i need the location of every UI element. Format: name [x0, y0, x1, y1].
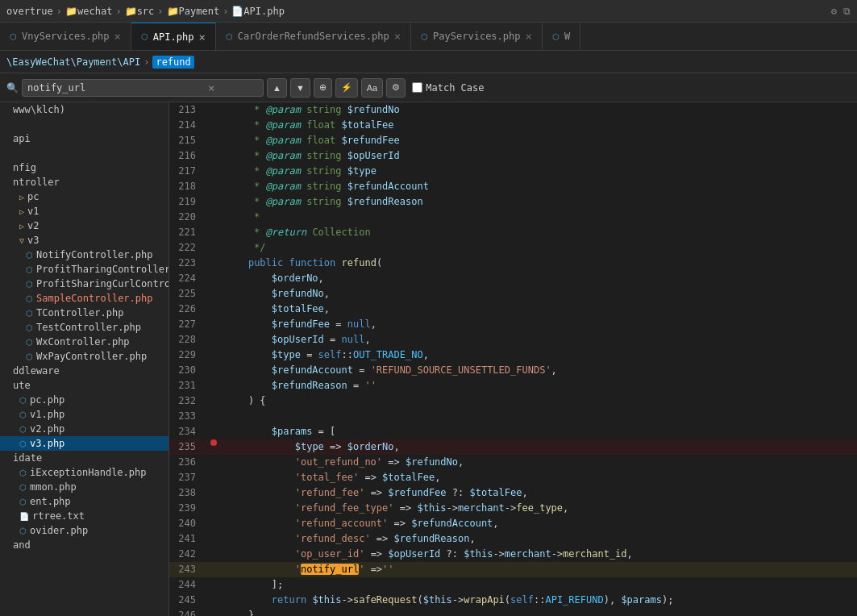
main-area: www\klch) api nfig ntroller ▷pc ▷v1 ▷v2 … [0, 102, 857, 616]
sidebar-file-tcontroller[interactable]: ⬡TController.php [0, 306, 168, 320]
search-find-button[interactable]: ⊕ [314, 78, 332, 98]
tab-W[interactable]: ⬡ W [543, 23, 580, 51]
match-case-label: Match Case [426, 82, 484, 94]
code-line-240: 240 'refund_account' => $refundAccount, [169, 516, 857, 531]
path-segment: \EasyWeChat\Payment\API [6, 56, 140, 68]
tab-API[interactable]: ⬡ API.php × [131, 23, 216, 51]
match-case-checkbox[interactable] [412, 82, 422, 93]
tab-label: CarOrderRefundServices.php [238, 31, 389, 42]
sidebar-file-profitsharingcurlcontroller[interactable]: ⬡ProfitSharingCurlController.php [0, 277, 168, 291]
breadcrumb-item[interactable]: overtrue [6, 6, 53, 17]
code-line-229: 229 $type = self::OUT_TRADE_NO, [169, 348, 857, 363]
split-icon[interactable]: ⧉ [843, 6, 851, 17]
breadcrumb-item[interactable]: API.php [243, 6, 285, 17]
sidebar-item[interactable]: idate [0, 451, 168, 465]
sidebar-file-testcontroller[interactable]: ⬡TestController.php [0, 320, 168, 335]
sidebar-folder-v3[interactable]: ▽v3 [0, 233, 168, 248]
sidebar-file-ovider[interactable]: ⬡ovider.php [0, 523, 168, 538]
path-bar: \EasyWeChat\Payment\API › refund [0, 51, 857, 73]
sidebar-folder-v2[interactable]: ▷v2 [0, 219, 168, 233]
code-line-245: 245 return $this->safeRequest($this->wra… [169, 593, 857, 608]
code-line-219: 219 * @param string $refundReason [169, 194, 857, 210]
code-line-243: 243 'notify_url' =>'' [169, 562, 857, 577]
code-line-214: 214 * @param float $totalFee [169, 118, 857, 133]
php-file-icon: ⬡ [19, 468, 27, 477]
sidebar-file-rtree[interactable]: 📄rtree.txt [0, 509, 168, 523]
code-editor[interactable]: 213 * @param string $refundNo 214 * @par… [169, 102, 857, 616]
sidebar-file-profittharingcontroller[interactable]: ⬡ProfitTharingController.php [0, 262, 168, 277]
sidebar-item[interactable]: ute [0, 378, 168, 393]
breadcrumb-item[interactable]: wechat [77, 6, 112, 17]
php-file-icon: ⬡ [26, 352, 33, 361]
sidebar-item[interactable]: ddleware [0, 364, 168, 378]
php-file-icon: ⬡ [19, 439, 27, 448]
search-clear-icon[interactable]: × [208, 81, 214, 94]
tab-PayServices[interactable]: ⬡ PayServices.php × [411, 23, 543, 51]
tab-CarOrderRefund[interactable]: ⬡ CarOrderRefundServices.php × [216, 23, 411, 51]
sidebar-item[interactable]: nfig [0, 160, 168, 175]
sidebar-file-samplecontroller[interactable]: ⬡SampleController.php [0, 291, 168, 306]
sidebar-file-iexceptionhandle[interactable]: ⬡iExceptionHandle.php [0, 465, 168, 480]
sidebar-item [0, 146, 168, 160]
code-line-216: 216 * @param string $opUserId [169, 148, 857, 164]
breakpoint-indicator [210, 439, 217, 446]
sidebar-file-notifycontroller[interactable]: ⬡NotifyController.php [0, 248, 168, 262]
sidebar-file-pc[interactable]: ⬡pc.php [0, 393, 168, 407]
sidebar-item[interactable]: api [0, 131, 168, 146]
sidebar-folder-pc[interactable]: ▷pc [0, 189, 168, 204]
sidebar-item[interactable]: and [0, 538, 168, 552]
sidebar-file-mmon[interactable]: ⬡mmon.php [0, 480, 168, 494]
sidebar-file-wxpaycontroller[interactable]: ⬡WxPayController.php [0, 349, 168, 364]
search-input-wrap: × [22, 79, 264, 97]
folder-icon: ▷ [19, 193, 24, 202]
code-line-234: 234 $params = [ [169, 424, 857, 439]
sidebar-file-v1[interactable]: ⬡v1.php [0, 407, 168, 422]
php-file-icon: ⬡ [26, 294, 33, 303]
sidebar-file-v2[interactable]: ⬡v2.php [0, 422, 168, 436]
tab-label: W [564, 31, 570, 42]
sidebar-file-ent[interactable]: ⬡ent.php [0, 494, 168, 509]
breadcrumb-bar: overtrue › 📁 wechat › 📁 src › 📁 Payment … [0, 0, 857, 23]
code-line-239: 239 'refund_fee_type' => $this->merchant… [169, 501, 857, 516]
php-file-icon: ⬡ [19, 410, 27, 419]
code-line-233: 233 [169, 409, 857, 424]
code-line-224: 224 $orderNo, [169, 271, 857, 286]
sidebar-folder-v1[interactable]: ▷v1 [0, 204, 168, 219]
tab-label: PayServices.php [433, 31, 520, 42]
search-settings-button[interactable]: ⚙ [386, 78, 406, 98]
code-line-241: 241 'refund_desc' => $refundReason, [169, 531, 857, 547]
search-options-button[interactable]: ⚡ [335, 78, 358, 98]
sidebar-file-wxcontroller[interactable]: ⬡WxController.php [0, 335, 168, 349]
tab-close-icon[interactable]: × [394, 30, 401, 43]
folder-icon: ▽ [19, 236, 24, 245]
code-line-237: 237 'total_fee' => $totalFee, [169, 470, 857, 485]
search-prev-button[interactable]: ▲ [267, 78, 287, 98]
php-file-icon: ⬡ [19, 483, 27, 492]
search-next-button[interactable]: ▼ [290, 78, 310, 98]
sidebar-file-v3[interactable]: ⬡v3.php [0, 436, 168, 451]
sidebar-item: www\klch) [0, 102, 168, 117]
php-file-icon: ⬡ [19, 497, 27, 506]
path-highlight: refund [152, 56, 193, 69]
code-line-217: 217 * @param string $type [169, 164, 857, 179]
folder-icon: ▷ [19, 207, 24, 216]
tab-label: VnyServices.php [22, 31, 109, 42]
breadcrumb-item[interactable]: src [137, 6, 155, 17]
breadcrumb-folder-icon: 📁 [125, 6, 137, 17]
sidebar-item[interactable]: ntroller [0, 175, 168, 189]
tab-close-icon[interactable]: × [525, 30, 531, 43]
code-line-223: 223 public function refund( [169, 256, 857, 271]
breadcrumb-folder-icon: 📁 [65, 6, 77, 17]
tab-VnyServices[interactable]: ⬡ VnyServices.php × [0, 23, 131, 51]
breadcrumb-item[interactable]: Payment [179, 6, 220, 17]
breadcrumb-file-icon: 📄 [231, 6, 243, 17]
php-file-icon: ⬡ [19, 425, 27, 434]
tab-close-icon[interactable]: × [198, 31, 205, 44]
php-file-icon: ⬡ [26, 251, 33, 260]
tab-close-icon[interactable]: × [114, 30, 120, 43]
code-line-220: 220 * [169, 210, 857, 225]
code-line-242: 242 'op_user_id' => $opUserId ?: $this->… [169, 547, 857, 562]
search-input[interactable] [27, 82, 205, 94]
search-filter-button[interactable]: Aa [361, 78, 383, 98]
settings-icon[interactable]: ⚙ [831, 6, 837, 17]
